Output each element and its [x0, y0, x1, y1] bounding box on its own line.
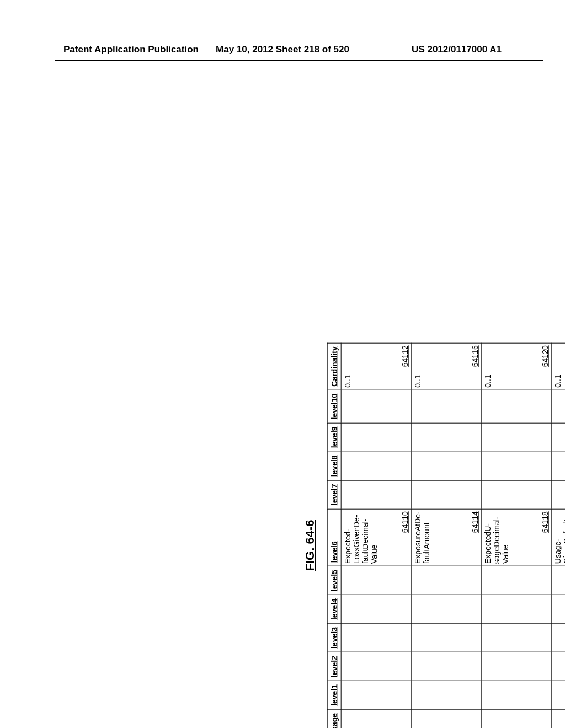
header-rule — [55, 60, 543, 61]
cardinality-text: 0..1 — [343, 345, 352, 387]
cell-level3 — [411, 624, 481, 652]
cell-level6: Expected-LossGivenDe-faultDecimal-Value … — [341, 509, 411, 566]
table-header-row: Package level1 level2 level3 level4 leve… — [327, 343, 341, 728]
cell-cardinality: 0..1 64120 — [481, 343, 551, 390]
cell-level2 — [341, 652, 411, 681]
cell-level4 — [341, 595, 411, 624]
cardinality-text: 0..1 — [413, 345, 422, 387]
cell-package — [551, 709, 565, 728]
cell-level8 — [481, 452, 551, 480]
cell-level10 — [551, 390, 565, 423]
col-level3: level3 — [327, 624, 341, 652]
cell-level10 — [411, 390, 481, 423]
cell-level8 — [551, 452, 565, 480]
figure-block: FIG. 64-6 Package level1 level2 level3 l… — [303, 342, 565, 728]
level6-text: ExpectedU-sageDecimal-Value — [483, 511, 510, 564]
cell-level2 — [551, 652, 565, 681]
cell-level5 — [481, 566, 551, 595]
cell-cardinality: 0..1 64124 — [551, 343, 565, 390]
cell-level6: ExpectedU-sageDecimal-Value 64118 — [481, 509, 551, 566]
cell-level5 — [411, 566, 481, 595]
level6-ref: 64118 — [537, 511, 550, 564]
cell-cardinality: 0..1 64112 — [341, 343, 411, 390]
col-level7: level7 — [327, 480, 341, 509]
cell-level6: Usage-GivenDefault-DecimalValue 64122 — [551, 509, 565, 566]
cell-level10 — [341, 390, 411, 423]
cardinality-text: 0..1 — [553, 345, 562, 387]
cell-level3 — [341, 624, 411, 652]
page-header: Patent Application Publication May 10, 2… — [0, 44, 565, 55]
cell-cardinality: 0..1 64116 — [411, 343, 481, 390]
cell-level7 — [341, 480, 411, 509]
cell-package — [481, 709, 551, 728]
cell-level4 — [481, 595, 551, 624]
col-level10: level10 — [327, 390, 341, 423]
cell-level9 — [341, 423, 411, 452]
cell-level1 — [481, 681, 551, 709]
cell-level7 — [481, 480, 551, 509]
spec-table: Package level1 level2 level3 level4 leve… — [327, 342, 565, 728]
cell-level10 — [481, 390, 551, 423]
cell-package — [341, 709, 411, 728]
cell-level9 — [481, 423, 551, 452]
cell-level3 — [481, 624, 551, 652]
table-row: Expected-LossGivenDe-faultDecimal-Value … — [341, 343, 411, 728]
col-level1: level1 — [327, 681, 341, 709]
cell-level6: ExposureAtDe-faultAmount 64114 — [411, 509, 481, 566]
cell-level2 — [411, 652, 481, 681]
table-row: Usage-GivenDefault-DecimalValue 64122 0.… — [551, 343, 565, 728]
col-cardinality: Cardinality — [327, 343, 341, 390]
cell-level5 — [551, 566, 565, 595]
table-row: ExposureAtDe-faultAmount 64114 0..1 6411… — [411, 343, 481, 728]
cardinality-ref: 64120 — [537, 345, 550, 387]
cell-level8 — [341, 452, 411, 480]
cell-level9 — [551, 423, 565, 452]
cell-level1 — [411, 681, 481, 709]
cell-level4 — [411, 595, 481, 624]
level6-ref: 64110 — [397, 511, 409, 564]
col-level4: level4 — [327, 595, 341, 624]
cell-level1 — [341, 681, 411, 709]
cell-package — [411, 709, 481, 728]
col-level8: level8 — [327, 452, 341, 480]
header-right: US 2012/0117000 A1 — [412, 44, 502, 55]
level6-text: Expected-LossGivenDe-faultDecimal-Value — [343, 511, 379, 564]
cell-level9 — [411, 423, 481, 452]
cell-level1 — [551, 681, 565, 709]
cardinality-ref: 64116 — [467, 345, 479, 387]
col-level6: level6 — [327, 509, 341, 566]
cell-level4 — [551, 595, 565, 624]
cell-level3 — [551, 624, 565, 652]
col-level2: level2 — [327, 652, 341, 681]
col-package: Package — [327, 709, 341, 728]
cell-level5 — [341, 566, 411, 595]
cardinality-text: 0..1 — [483, 345, 492, 387]
level6-text: ExposureAtDe-faultAmount — [413, 511, 431, 564]
cardinality-ref: 64112 — [397, 345, 409, 387]
level6-text: Usage-GivenDefault-DecimalValue — [553, 511, 565, 564]
cell-level8 — [411, 452, 481, 480]
col-level9: level9 — [327, 423, 341, 452]
figure-label: FIG. 64-6 — [303, 342, 317, 728]
table-row: ExpectedU-sageDecimal-Value 64118 0..1 6… — [481, 343, 551, 728]
level6-ref: 64114 — [467, 511, 479, 564]
header-center: May 10, 2012 Sheet 218 of 520 — [216, 44, 349, 55]
cell-level7 — [551, 480, 565, 509]
header-left: Patent Application Publication — [63, 44, 199, 55]
cell-level2 — [481, 652, 551, 681]
col-level5: level5 — [327, 566, 341, 595]
cell-level7 — [411, 480, 481, 509]
